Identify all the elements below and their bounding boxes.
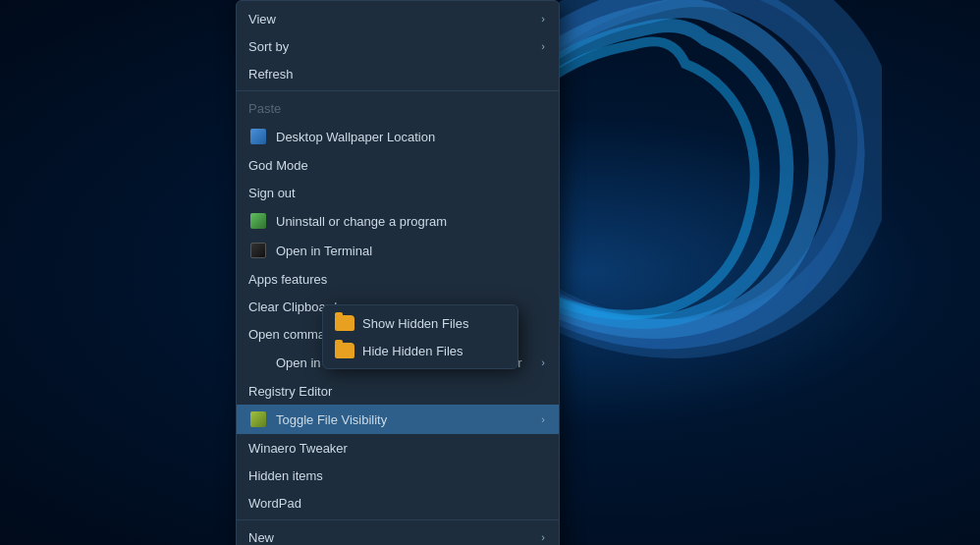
menu-item-desktop-wallpaper[interactable]: Desktop Wallpaper Location	[237, 122, 559, 151]
menu-item-paste: Paste	[237, 94, 559, 122]
terminal-icon	[248, 241, 268, 260]
arrow-icon: ›	[541, 13, 545, 25]
menu-item-hidden-items[interactable]: Hidden items	[237, 462, 559, 489]
submenu-item-hide-hidden[interactable]: Hide Hidden Files	[323, 337, 517, 364]
arrow-icon: ›	[541, 40, 545, 52]
menu-item-winaero-tweaker[interactable]: Winaero Tweaker	[237, 434, 559, 462]
menu-item-sort-by[interactable]: Sort by ›	[237, 32, 559, 60]
separator-2	[237, 519, 559, 520]
menu-item-new[interactable]: New ›	[237, 523, 559, 545]
menu-item-god-mode[interactable]: God Mode	[237, 151, 559, 179]
submenu-item-show-hidden[interactable]: Show Hidden Files	[323, 309, 517, 337]
menu-item-uninstall[interactable]: Uninstall or change a program	[237, 206, 559, 236]
menu-item-view[interactable]: View ›	[237, 5, 559, 32]
uninstall-icon	[248, 211, 268, 231]
folder-icon	[335, 315, 354, 331]
separator-1	[237, 90, 559, 91]
toggle-file-icon	[248, 409, 268, 429]
arrow-icon: ›	[541, 356, 545, 368]
arrow-icon: ›	[541, 413, 545, 425]
context-menu: View › Sort by › Refresh Paste Desktop W…	[236, 0, 560, 545]
menu-item-apps-features[interactable]: Apps features	[237, 265, 559, 293]
desktop-wallpaper-icon	[248, 127, 268, 146]
winterm-admin-icon	[248, 353, 268, 372]
menu-item-registry-editor[interactable]: Registry Editor	[237, 377, 559, 405]
submenu-toggle-file-visibility: Show Hidden Files Hide Hidden Files	[322, 304, 518, 369]
menu-item-open-terminal[interactable]: Open in Terminal	[237, 236, 559, 265]
menu-item-toggle-file-visibility[interactable]: Toggle File Visibility ›	[237, 405, 559, 434]
menu-item-wordpad[interactable]: WordPad	[237, 489, 559, 517]
menu-item-sign-out[interactable]: Sign out	[237, 179, 559, 206]
folder-icon	[335, 343, 354, 358]
menu-item-refresh[interactable]: Refresh	[237, 60, 559, 87]
arrow-icon: ›	[541, 531, 545, 543]
